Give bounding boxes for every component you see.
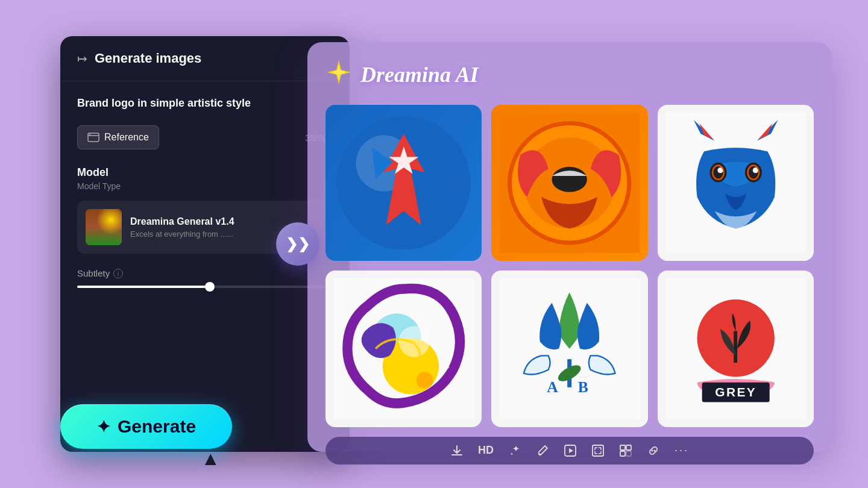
svg-marker-37 (569, 448, 573, 453)
magic-enhance-button[interactable] (508, 444, 521, 457)
forward-button[interactable]: ❯❯ (276, 222, 319, 266)
hd-label: HD (478, 444, 494, 457)
edit-icon (536, 444, 549, 457)
model-label: Model (77, 166, 333, 179)
magic-wand-icon (508, 444, 521, 457)
svg-text:GREY: GREY (715, 385, 756, 399)
generate-button[interactable]: ✦ Generate (60, 404, 232, 449)
svg-rect-38 (593, 445, 603, 456)
reference-row: Reference 35/800 (77, 125, 333, 149)
dreamina-title: Dreamina AI (360, 62, 479, 87)
image-card-6[interactable]: GREY (658, 271, 814, 427)
generate-label: Generate (118, 416, 196, 437)
dreamina-header: Dreamina AI (326, 59, 814, 90)
sidebar-toggle-icon[interactable]: ↦ (77, 51, 87, 66)
svg-point-24 (417, 372, 433, 389)
svg-point-23 (398, 327, 429, 357)
svg-rect-32 (734, 331, 737, 363)
logo-image-1 (333, 113, 474, 253)
svg-text:B: B (578, 378, 588, 396)
logo-image-4 (333, 278, 474, 419)
logo-image-6: GREY (665, 278, 806, 419)
dreamina-logo-icon (326, 59, 352, 90)
download-icon (450, 444, 464, 457)
right-panel: Dreamina AI (307, 42, 832, 452)
expand-icon (591, 444, 605, 457)
bandaid-icon (647, 444, 660, 457)
svg-text:A: A (547, 378, 559, 396)
svg-rect-42 (626, 451, 631, 456)
svg-point-44 (651, 449, 653, 451)
logo-image-2 (499, 113, 640, 253)
slider-fill (77, 286, 210, 288)
image-card-1[interactable] (326, 105, 482, 261)
forward-icon: ❯❯ (286, 236, 310, 252)
edit-brush-button[interactable] (536, 444, 549, 457)
reference-icon (87, 133, 99, 142)
image-card-3[interactable] (658, 105, 814, 261)
expand-button[interactable] (591, 444, 605, 457)
generate-button-container: ✦ Generate ▲ (60, 404, 232, 449)
logo-image-3 (665, 113, 806, 253)
svg-point-1 (89, 134, 90, 135)
subtlety-label: Subtlety i (77, 268, 333, 278)
panel-body: Brand logo in simple artistic style Refe… (60, 81, 350, 302)
resize-icon (619, 444, 632, 457)
svg-rect-41 (620, 451, 625, 456)
subtlety-info-icon: i (113, 269, 123, 278)
model-thumbnail (86, 209, 122, 245)
play-button[interactable] (564, 444, 577, 457)
resize-button[interactable] (619, 444, 632, 457)
dreamina-spark-icon (326, 59, 352, 86)
generate-star-icon: ✦ (96, 417, 110, 437)
svg-point-45 (653, 449, 655, 451)
panel-header: ↦ Generate images (60, 36, 350, 81)
image-card-5[interactable]: A B (491, 271, 647, 427)
subtlety-slider[interactable] (77, 286, 333, 288)
svg-marker-3 (332, 64, 346, 81)
more-options-button[interactable]: ··· (675, 444, 689, 457)
model-type-label: Model Type (77, 181, 333, 191)
hd-button[interactable]: HD (478, 444, 494, 457)
svg-rect-43 (649, 446, 658, 455)
prompt-text: Brand logo in simple artistic style (77, 96, 333, 111)
image-card-2[interactable] (491, 105, 647, 261)
subtlety-section: Subtlety i (77, 268, 333, 288)
toolbar: HD (326, 437, 814, 465)
image-grid: A B GREY (326, 105, 814, 427)
reference-button[interactable]: Reference (77, 125, 159, 149)
play-icon (564, 444, 577, 457)
svg-point-35 (539, 454, 541, 456)
cursor-icon: ▲ (201, 448, 220, 470)
svg-point-12 (552, 167, 587, 192)
slider-thumb[interactable] (205, 282, 215, 292)
logo-image-5: A B (499, 278, 640, 419)
svg-rect-39 (620, 445, 625, 450)
image-card-4[interactable] (326, 271, 482, 427)
fix-button[interactable] (647, 444, 660, 457)
reference-label: Reference (104, 132, 149, 143)
svg-rect-40 (626, 445, 631, 450)
more-icon: ··· (675, 444, 689, 457)
download-button[interactable] (450, 444, 464, 457)
panel-title: Generate images (95, 51, 201, 66)
